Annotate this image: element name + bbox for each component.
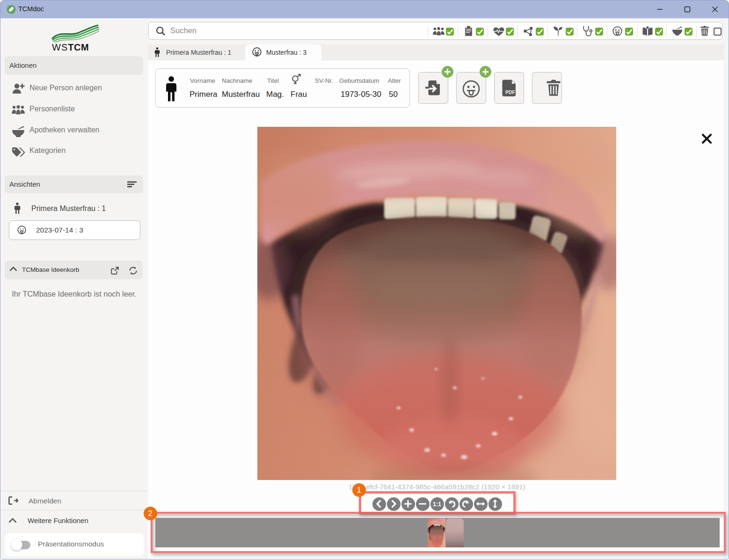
svg-text:1:1: 1:1 bbox=[433, 501, 441, 508]
svg-text:PDF: PDF bbox=[505, 89, 516, 95]
